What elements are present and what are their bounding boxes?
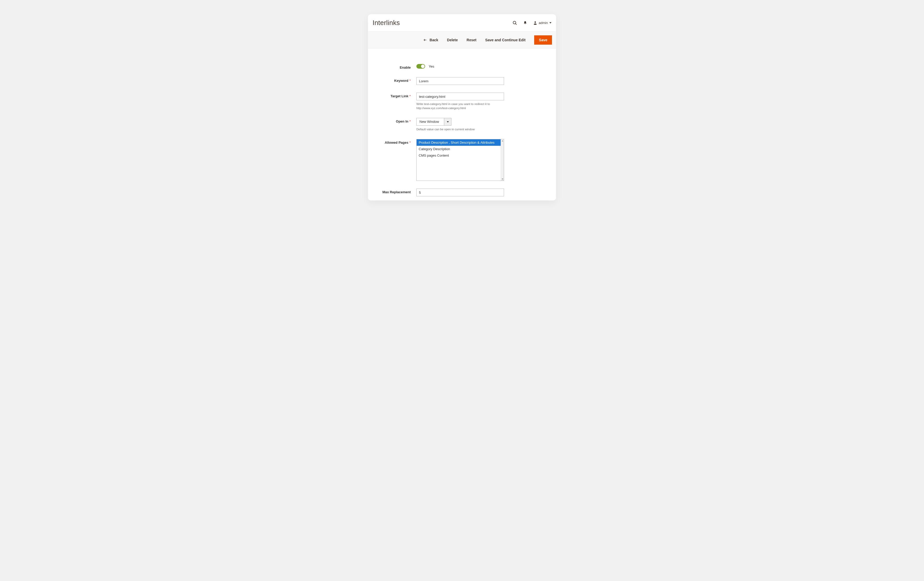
max-replacement-input[interactable] — [416, 189, 504, 196]
back-label: Back — [429, 38, 438, 42]
account-menu[interactable]: admin — [533, 21, 551, 25]
svg-point-2 — [535, 22, 536, 23]
reset-button[interactable]: Reset — [467, 38, 477, 42]
toggle-knob — [421, 65, 425, 68]
form: Enable Yes Keyword* Target Link — [368, 48, 556, 200]
keyword-input[interactable] — [416, 77, 504, 85]
search-icon[interactable] — [513, 21, 517, 25]
row-enable: Enable Yes — [372, 64, 552, 70]
open-in-hint: Default value can be open in current win… — [416, 127, 504, 131]
label-enable: Enable — [372, 64, 416, 70]
header-actions: admin — [513, 21, 551, 25]
scrollbar[interactable] — [501, 139, 504, 180]
scroll-up[interactable] — [501, 139, 504, 142]
svg-line-1 — [515, 23, 516, 25]
arrow-left-icon — [423, 38, 427, 42]
notifications-icon[interactable] — [523, 21, 528, 25]
svg-point-0 — [513, 21, 516, 24]
allowed-pages-multiselect[interactable]: Product Description , Short Description … — [416, 139, 504, 181]
save-button[interactable]: Save — [534, 35, 552, 45]
label-allowed-pages: Allowed Pages* — [372, 139, 416, 144]
panel: Interlinks admin — [368, 14, 556, 200]
required-indicator: * — [409, 79, 411, 83]
caret-down-icon — [447, 121, 449, 122]
action-bar: Back Delete Reset Save and Continue Edit… — [368, 31, 556, 48]
row-max-replacement: Max Replacement — [372, 189, 552, 196]
row-allowed-pages: Allowed Pages* Product Description , Sho… — [372, 139, 552, 181]
row-keyword: Keyword* — [372, 77, 552, 85]
required-indicator: * — [409, 119, 411, 123]
required-indicator: * — [409, 141, 411, 144]
label-open-in: Open In* — [372, 118, 416, 123]
row-open-in: Open In* New Window Default value can be… — [372, 118, 552, 131]
label-target-link: Target Link* — [372, 93, 416, 98]
caret-down-icon — [549, 22, 551, 23]
target-link-hint: Write test-category.html in case you wan… — [416, 102, 504, 110]
delete-button[interactable]: Delete — [447, 38, 458, 42]
multiselect-option[interactable]: Product Description , Short Description … — [417, 139, 504, 146]
target-link-input[interactable] — [416, 93, 504, 100]
page-title: Interlinks — [373, 19, 400, 27]
open-in-select[interactable]: New Window — [416, 118, 451, 126]
open-in-value: New Window — [417, 118, 444, 126]
multiselect-option[interactable]: CMS pages Content — [417, 152, 504, 159]
label-max-replacement: Max Replacement — [372, 189, 416, 194]
enable-value: Yes — [429, 65, 434, 68]
enable-toggle[interactable] — [416, 64, 425, 69]
back-button[interactable]: Back — [423, 38, 438, 42]
account-username: admin — [539, 21, 548, 25]
row-target-link: Target Link* Write test-category.html in… — [372, 93, 552, 110]
multiselect-option[interactable]: Category Description — [417, 146, 504, 152]
open-in-dropdown-btn[interactable] — [444, 118, 451, 126]
user-icon — [533, 21, 537, 25]
label-keyword: Keyword* — [372, 77, 416, 83]
resize-handle[interactable] — [502, 178, 503, 180]
page-header: Interlinks admin — [368, 14, 556, 31]
save-continue-button[interactable]: Save and Continue Edit — [485, 38, 525, 42]
required-indicator: * — [409, 94, 411, 98]
